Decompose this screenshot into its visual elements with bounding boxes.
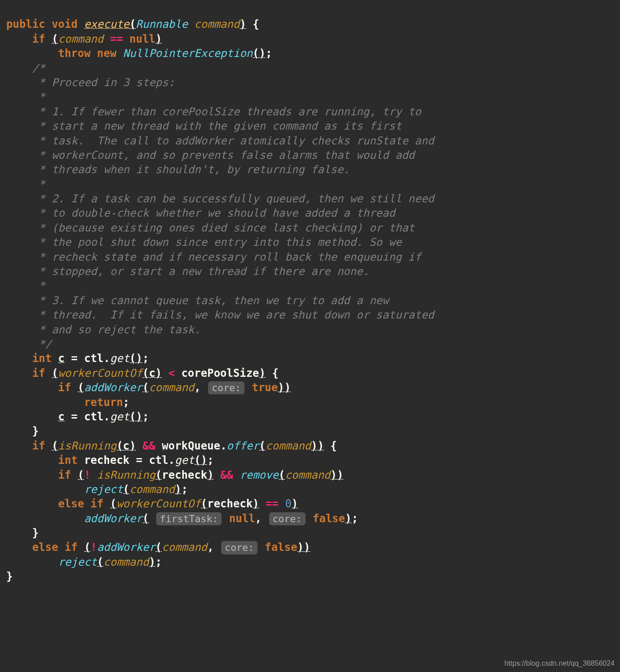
call-get: get — [175, 454, 194, 467]
close-brace: } — [32, 425, 39, 437]
close-paren: ) — [240, 18, 246, 31]
open-paren: ( — [117, 440, 123, 452]
close-paren: ) — [318, 440, 324, 452]
param-command: command — [58, 33, 104, 45]
op-andand: && — [142, 440, 155, 452]
code-line: public void execute(Runnable command) { — [6, 18, 259, 31]
comment-line: * thread. If it fails, we know we are sh… — [6, 309, 434, 321]
hint-core: core: — [221, 541, 258, 554]
open-paren: ( — [52, 440, 58, 452]
code-line: return; — [6, 396, 130, 409]
eq: = — [71, 410, 78, 423]
op-andand: && — [220, 469, 233, 481]
call-addWorker: addWorker — [84, 381, 142, 394]
keyword-elseif: else if — [32, 541, 78, 554]
op-lt: < — [168, 367, 175, 380]
code-line: } — [6, 425, 39, 437]
close-paren: ) — [304, 541, 310, 554]
keyword-void: void — [52, 18, 78, 31]
comment-line: * to double-check whether we should have… — [6, 207, 395, 219]
code-line: reject(command); — [6, 483, 188, 496]
code-line: addWorker( firstTask: null, core: false)… — [6, 512, 358, 525]
code-editor[interactable]: public void execute(Runnable command) { … — [0, 0, 620, 602]
comment-line: * workerCount, and so prevents false ala… — [6, 149, 415, 161]
call-offer: offer — [227, 440, 259, 452]
keyword-int: int — [32, 352, 52, 365]
code-line: else if (workerCountOf(recheck) == 0) — [6, 497, 298, 510]
comment-line: * stopped, or start a new thread if ther… — [6, 265, 369, 278]
open-paren: ( — [123, 483, 129, 496]
code-line: if (workerCountOf(c) < corePoolSize) { — [6, 367, 279, 380]
field-workQueue: workQueue — [162, 440, 220, 452]
op-eqeq: == — [266, 497, 279, 510]
open-paren: ( — [78, 469, 84, 481]
arg-command: command — [162, 541, 207, 554]
close-paren: ) — [259, 47, 266, 60]
keyword-public: public — [6, 18, 45, 31]
open-brace: { — [253, 18, 259, 31]
arg-recheck: recheck — [207, 497, 253, 510]
open-paren: ( — [78, 381, 84, 394]
code-line: int c = ctl.get(); — [6, 352, 149, 365]
close-paren: ) — [207, 469, 214, 481]
dot: . — [220, 440, 227, 452]
var-c: c — [58, 352, 65, 365]
comment-line: * 3. If we cannot queue task, then we tr… — [6, 294, 389, 307]
close-paren: ) — [149, 556, 155, 568]
eq: = — [136, 454, 142, 467]
close-paren: ) — [345, 512, 351, 525]
close-paren: ) — [155, 33, 162, 45]
open-paren: ( — [194, 454, 201, 467]
open-paren: ( — [155, 469, 162, 481]
field-corePoolSize: corePoolSize — [181, 367, 259, 380]
close-brace: } — [6, 570, 13, 583]
arg-c: c — [149, 367, 155, 380]
close-paren: ) — [201, 454, 207, 467]
type-npe: NullPointerException — [123, 47, 253, 60]
param-command: command — [194, 18, 240, 31]
code-line: if (! isRunning(recheck) && remove(comma… — [6, 469, 343, 481]
arg-c: c — [123, 440, 129, 452]
code-line: throw new NullPointerException(); — [6, 47, 272, 60]
close-paren: ) — [175, 483, 181, 496]
open-paren: ( — [52, 33, 58, 45]
call-get: get — [110, 410, 129, 423]
op-bang: ! — [84, 469, 90, 481]
call-reject: reject — [58, 556, 97, 568]
open-paren: ( — [155, 541, 162, 554]
semicolon: ; — [155, 556, 162, 568]
open-paren: ( — [110, 497, 116, 510]
keyword-null: null — [229, 512, 255, 525]
keyword-throw: throw — [58, 47, 91, 60]
arg-command: command — [285, 469, 330, 481]
comment-line: */ — [6, 338, 52, 350]
method-name-execute: execute — [84, 18, 129, 31]
dot: . — [104, 352, 110, 365]
comment-line: * start a new thread with the given comm… — [6, 120, 402, 132]
keyword-if: if — [58, 469, 71, 481]
hint-firstTask: firstTask: — [156, 512, 222, 525]
field-ctl: ctl — [149, 454, 168, 467]
code-line: c = ctl.get(); — [6, 410, 149, 423]
open-paren: ( — [142, 512, 148, 525]
close-paren: ) — [337, 469, 343, 481]
call-isRunning: isRunning — [58, 440, 117, 452]
open-brace: { — [272, 367, 278, 380]
arg-recheck: recheck — [162, 469, 207, 481]
semicolon: ; — [143, 352, 149, 365]
call-workerCountOf: workerCountOf — [117, 497, 201, 510]
keyword-null: null — [130, 33, 156, 45]
code-line: else if (!addWorker(command, core: false… — [6, 541, 310, 554]
close-paren: ) — [278, 381, 284, 394]
keyword-elseif: else if — [58, 497, 104, 510]
call-workerCountOf: workerCountOf — [58, 367, 143, 380]
comment-line: * recheck state and if necessary roll ba… — [6, 251, 421, 263]
hint-core: core: — [269, 512, 306, 525]
close-paren: ) — [130, 440, 136, 452]
semicolon: ; — [352, 512, 358, 525]
comment-line: * (because existing ones died since last… — [6, 222, 415, 234]
type-runnable: Runnable — [136, 18, 188, 31]
call-get: get — [110, 352, 129, 365]
open-paren: ( — [97, 556, 103, 568]
open-paren: ( — [201, 497, 207, 510]
